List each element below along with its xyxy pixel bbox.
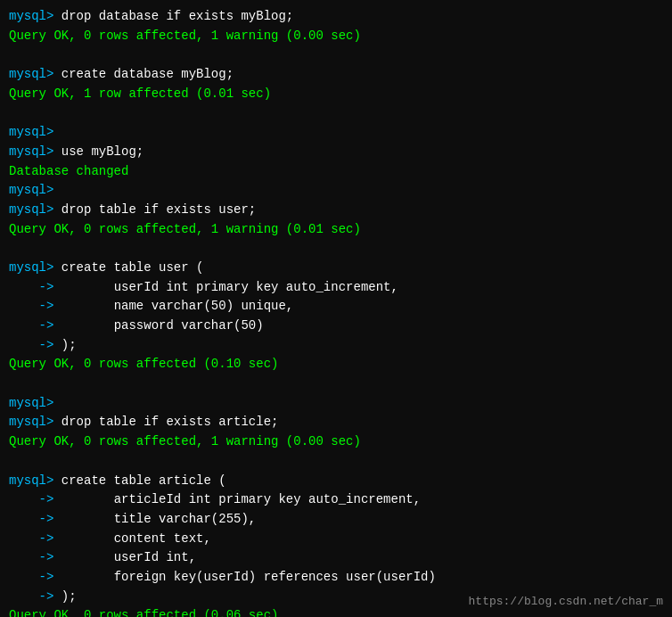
terminal-line bbox=[9, 239, 663, 259]
continuation-text: title varchar(255), bbox=[53, 512, 256, 526]
terminal-line bbox=[9, 452, 663, 472]
command-text: drop table if exists article; bbox=[61, 415, 279, 429]
terminal-line: mysql> create table article ( bbox=[9, 472, 663, 491]
continuation-text: userId int, bbox=[53, 550, 196, 564]
prompt: mysql> bbox=[9, 144, 61, 159]
prompt: mysql> bbox=[9, 9, 61, 23]
result-text: Query OK, 0 rows affected (0.10 sec) bbox=[9, 357, 278, 371]
prompt: mysql> bbox=[9, 473, 61, 488]
continuation-text: foreign key(userId) references user(user… bbox=[53, 570, 435, 584]
terminal-line: -> name varchar(50) unique, bbox=[9, 297, 663, 317]
terminal-line bbox=[9, 45, 663, 65]
prompt: mysql> bbox=[9, 415, 61, 429]
continuation-text: content text, bbox=[53, 531, 210, 546]
terminal-line: Query OK, 0 rows affected, 1 warning (0.… bbox=[9, 220, 663, 240]
prompt: mysql> bbox=[9, 396, 61, 410]
terminal-line: -> password varchar(50) bbox=[9, 317, 663, 336]
continuation-arrow: -> bbox=[9, 570, 53, 584]
watermark: https://blog.csdn.net/char_m bbox=[469, 595, 663, 608]
terminal-line: Database changed bbox=[9, 162, 663, 182]
terminal-line: mysql> bbox=[9, 181, 663, 201]
result-text: Query OK, 0 rows affected, 1 warning (0.… bbox=[9, 222, 361, 236]
terminal-line: -> userId int primary key auto_increment… bbox=[9, 278, 663, 298]
terminal-line: mysql> bbox=[9, 123, 663, 143]
prompt: mysql> bbox=[9, 260, 61, 275]
command-text: create table article ( bbox=[61, 473, 226, 488]
terminal-line: mysql> create table user ( bbox=[9, 259, 663, 278]
terminal-window: mysql> drop database if exists myBlog;Qu… bbox=[0, 0, 672, 617]
command-text: create table user ( bbox=[61, 260, 204, 275]
result-text: Query OK, 0 rows affected, 1 warning (0.… bbox=[9, 29, 361, 43]
continuation-text: ); bbox=[53, 338, 76, 352]
terminal-line: Query OK, 1 row affected (0.01 sec) bbox=[9, 85, 663, 104]
continuation-text: password varchar(50) bbox=[53, 318, 263, 333]
command-text: create database myBlog; bbox=[61, 67, 234, 81]
result-text: Query OK, 0 rows affected (0.06 sec) bbox=[9, 608, 278, 617]
terminal-line bbox=[9, 103, 663, 123]
terminal-line: mysql> use myBlog; bbox=[9, 143, 663, 162]
terminal-line: -> title varchar(255), bbox=[9, 510, 663, 530]
result-text: Query OK, 1 row affected (0.01 sec) bbox=[9, 86, 271, 101]
terminal-line: Query OK, 0 rows affected (0.10 sec) bbox=[9, 355, 663, 374]
terminal-line: Query OK, 0 rows affected, 1 warning (0.… bbox=[9, 432, 663, 452]
terminal-line bbox=[9, 374, 663, 394]
terminal-line: -> content text, bbox=[9, 530, 663, 549]
continuation-arrow: -> bbox=[9, 550, 53, 564]
continuation-text: userId int primary key auto_increment, bbox=[53, 280, 397, 294]
terminal-line: -> articleId int primary key auto_increm… bbox=[9, 490, 663, 510]
terminal-line: mysql> drop table if exists article; bbox=[9, 413, 663, 432]
continuation-arrow: -> bbox=[9, 531, 53, 546]
continuation-text: articleId int primary key auto_increment… bbox=[53, 492, 421, 506]
continuation-arrow: -> bbox=[9, 338, 53, 352]
terminal-line: Query OK, 0 rows affected, 1 warning (0.… bbox=[9, 27, 663, 46]
terminal-line: mysql> bbox=[9, 394, 663, 414]
command-text: use myBlog; bbox=[61, 144, 143, 159]
terminal-line: mysql> drop database if exists myBlog; bbox=[9, 7, 663, 27]
terminal-line: Query OK, 0 rows affected (0.06 sec) bbox=[9, 606, 663, 617]
command-text: drop table if exists user; bbox=[61, 202, 256, 217]
terminal-content: mysql> drop database if exists myBlog;Qu… bbox=[9, 7, 663, 617]
continuation-arrow: -> bbox=[9, 280, 53, 294]
continuation-arrow: -> bbox=[9, 589, 53, 604]
prompt: mysql> bbox=[9, 202, 61, 217]
prompt: mysql> bbox=[9, 67, 61, 81]
result-text: Database changed bbox=[9, 164, 128, 178]
terminal-line: mysql> drop table if exists user; bbox=[9, 201, 663, 220]
continuation-text: ); bbox=[53, 589, 76, 604]
continuation-arrow: -> bbox=[9, 318, 53, 333]
command-text: drop database if exists myBlog; bbox=[61, 9, 293, 23]
prompt: mysql> bbox=[9, 183, 61, 197]
continuation-arrow: -> bbox=[9, 512, 53, 526]
result-text: Query OK, 0 rows affected, 1 warning (0.… bbox=[9, 434, 361, 448]
prompt: mysql> bbox=[9, 125, 61, 139]
continuation-arrow: -> bbox=[9, 492, 53, 506]
terminal-line: -> userId int, bbox=[9, 548, 663, 568]
continuation-text: name varchar(50) unique, bbox=[53, 299, 293, 313]
terminal-line: mysql> create database myBlog; bbox=[9, 65, 663, 85]
terminal-line: -> ); bbox=[9, 336, 663, 356]
terminal-line: -> foreign key(userId) references user(u… bbox=[9, 568, 663, 588]
continuation-arrow: -> bbox=[9, 299, 53, 313]
